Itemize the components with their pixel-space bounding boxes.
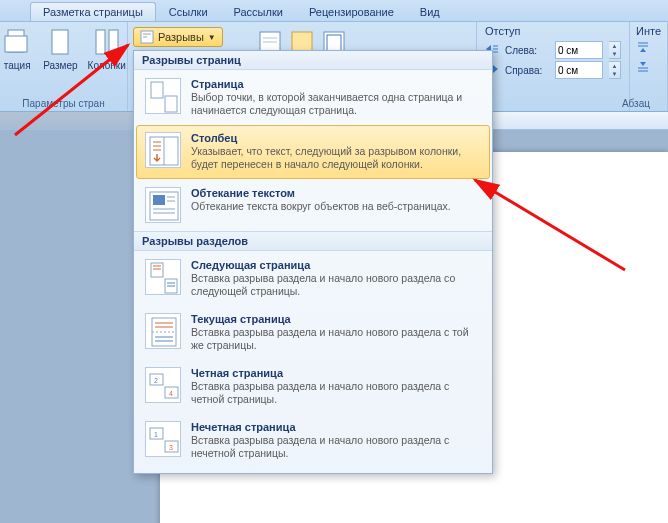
indent-right-spinner[interactable]: ▲▼ [609, 61, 621, 79]
menu-item-textwrap-desc: Обтекание текста вокруг объектов на веб-… [191, 200, 481, 213]
spacing-title: Инте [636, 25, 661, 37]
section-odd-icon: 13 [145, 421, 181, 457]
menu-item-odd-desc: Вставка разрыва раздела и начало нового … [191, 434, 481, 460]
columns-label: Колонки [88, 60, 126, 71]
svg-rect-32 [153, 195, 165, 205]
ribbon-tabstrip: Разметка страницы Ссылки Рассылки Реценз… [0, 0, 668, 22]
tab-mailings[interactable]: Рассылки [221, 2, 296, 21]
indent-title: Отступ [485, 25, 621, 37]
menu-header-page-breaks: Разрывы страниц [134, 51, 492, 70]
menu-item-page[interactable]: СтраницаВыбор точки, в которой заканчива… [136, 71, 490, 124]
menu-item-even-desc: Вставка разрыва раздела и начало нового … [191, 380, 481, 406]
size-icon [44, 26, 76, 58]
indent-left-label: Слева: [505, 45, 549, 56]
svg-rect-24 [151, 82, 163, 98]
indent-right-label: Справа: [505, 65, 549, 76]
tab-page-layout[interactable]: Разметка страницы [30, 2, 156, 21]
section-even-icon: 24 [145, 367, 181, 403]
menu-item-continuous-title: Текущая страница [191, 313, 481, 325]
svg-rect-1 [5, 36, 27, 52]
size-button[interactable]: Размер [41, 24, 79, 73]
breaks-button-label: Разрывы [158, 31, 204, 43]
menu-item-page-desc: Выбор точки, в которой заканчивается одн… [191, 91, 481, 117]
svg-rect-3 [96, 30, 105, 54]
menu-header-section-breaks: Разрывы разделов [134, 231, 492, 251]
menu-item-nextpage-title: Следующая страница [191, 259, 481, 271]
svg-rect-37 [151, 263, 163, 277]
svg-text:4: 4 [169, 390, 173, 397]
menu-item-nextpage-desc: Вставка разрыва раздела и начало нового … [191, 272, 481, 298]
paragraph-group-label: Абзац [622, 98, 650, 109]
breaks-icon [140, 30, 154, 44]
page-setup-group-label: Параметры стран [6, 98, 121, 111]
indent-right-input[interactable] [555, 61, 603, 79]
section-continuous-icon [145, 313, 181, 349]
chevron-down-icon: ▼ [208, 33, 216, 42]
menu-item-textwrap-title: Обтекание текстом [191, 187, 481, 199]
svg-rect-4 [109, 30, 118, 54]
orientation-label: тация [4, 60, 31, 71]
section-nextpage-icon [145, 259, 181, 295]
svg-text:3: 3 [169, 444, 173, 451]
menu-item-nextpage[interactable]: Следующая страницаВставка разрыва раздел… [136, 252, 490, 305]
indent-left-spinner[interactable]: ▲▼ [609, 41, 621, 59]
menu-item-evenpage[interactable]: 24 Четная страницаВставка разрыва раздел… [136, 360, 490, 413]
menu-item-textwrap[interactable]: Обтекание текстомОбтекание текста вокруг… [136, 180, 490, 230]
menu-item-oddpage[interactable]: 13 Нечетная страницаВставка разрыва разд… [136, 414, 490, 467]
columns-button[interactable]: Колонки [86, 24, 128, 73]
svg-text:2: 2 [154, 377, 158, 384]
tab-view[interactable]: Вид [407, 2, 453, 21]
svg-rect-25 [165, 96, 177, 112]
menu-item-column-title: Столбец [191, 132, 481, 144]
orientation-icon [1, 26, 33, 58]
breaks-button[interactable]: Разрывы ▼ [133, 27, 223, 47]
columns-icon [91, 26, 123, 58]
orientation-button[interactable]: тация [0, 24, 35, 73]
textwrap-break-icon [145, 187, 181, 223]
menu-item-column-desc: Указывает, что текст, следующий за разры… [191, 145, 481, 171]
menu-item-even-title: Четная страница [191, 367, 481, 379]
menu-item-column[interactable]: СтолбецУказывает, что текст, следующий з… [136, 125, 490, 178]
column-break-icon [145, 132, 181, 168]
svg-text:1: 1 [154, 431, 158, 438]
indent-left-input[interactable] [555, 41, 603, 59]
tab-links[interactable]: Ссылки [156, 2, 221, 21]
tab-review[interactable]: Рецензирование [296, 2, 407, 21]
menu-item-page-title: Страница [191, 78, 481, 90]
menu-item-continuous[interactable]: Текущая страницаВставка разрыва раздела … [136, 306, 490, 359]
menu-item-odd-title: Нечетная страница [191, 421, 481, 433]
svg-rect-2 [52, 30, 68, 54]
size-label: Размер [43, 60, 77, 71]
page-break-icon [145, 78, 181, 114]
spacing-before-icon [636, 43, 650, 55]
breaks-menu: Разрывы страниц СтраницаВыбор точки, в к… [133, 50, 493, 474]
menu-item-continuous-desc: Вставка разрыва раздела и начало нового … [191, 326, 481, 352]
spacing-after-icon [636, 63, 650, 75]
indent-group: Отступ Слева: ▲▼ Справа: ▲▼ [477, 22, 630, 111]
